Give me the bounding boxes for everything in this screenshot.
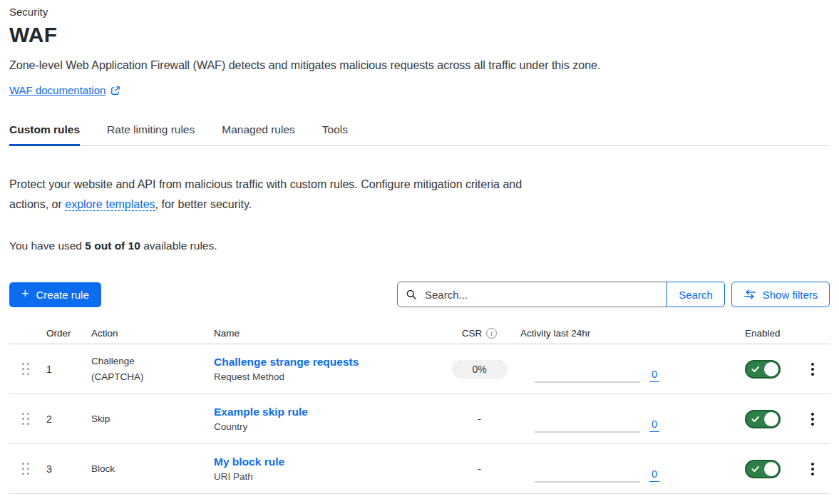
table-row: 1 Challenge (CAPTCHA) Challenge strange … <box>9 344 830 394</box>
filter-arrows-icon <box>743 289 756 299</box>
rule-order: 1 <box>39 364 84 375</box>
rule-order: 3 <box>39 463 84 475</box>
drag-handle-icon[interactable] <box>22 413 29 425</box>
check-icon <box>751 365 760 374</box>
activity-count-link[interactable]: 0 <box>649 468 659 482</box>
rule-order: 2 <box>39 413 84 425</box>
kebab-menu-icon[interactable] <box>808 458 818 480</box>
tab-bar: Custom rules Rate limiting rules Managed… <box>9 116 830 146</box>
activity-count-link[interactable]: 0 <box>649 418 659 432</box>
col-header-name: Name <box>207 328 438 339</box>
waf-documentation-link[interactable]: WAF documentation <box>9 84 120 96</box>
kebab-menu-icon[interactable] <box>808 359 818 380</box>
tab-custom-rules[interactable]: Custom rules <box>9 116 80 146</box>
enabled-toggle[interactable] <box>745 460 781 478</box>
breadcrumb-security: Security <box>9 6 830 18</box>
drag-handle-icon[interactable] <box>22 363 29 375</box>
create-rule-label: Create rule <box>36 289 89 301</box>
enabled-toggle[interactable] <box>745 360 781 379</box>
search-group: Search <box>397 282 725 307</box>
show-filters-button[interactable]: Show filters <box>731 282 830 307</box>
waf-page: Security WAF Zone-level Web Application … <box>0 0 839 494</box>
table-row: 3 Block My block rule URI Path - 0 <box>9 444 830 494</box>
rule-action: Skip <box>84 411 166 427</box>
toggle-knob <box>764 362 778 376</box>
check-icon <box>751 415 760 423</box>
csr-value: - <box>478 413 481 425</box>
check-icon <box>751 465 760 473</box>
search-button[interactable]: Search <box>666 282 725 307</box>
tab-tools[interactable]: Tools <box>322 116 348 145</box>
rules-table: Order Action Name CSR i Activity last 24… <box>9 323 830 494</box>
activity-count-link[interactable]: 0 <box>649 369 659 382</box>
page-title: WAF <box>9 23 830 47</box>
rule-name-link[interactable]: Example skip rule <box>214 406 308 418</box>
activity-sparkline <box>535 431 640 433</box>
search-input[interactable] <box>423 288 659 302</box>
rule-action: Challenge (CAPTCHA) <box>84 354 166 384</box>
usage-count: 5 out of 10 <box>85 240 140 252</box>
table-header-row: Order Action Name CSR i Activity last 24… <box>9 323 830 344</box>
csr-value: - <box>478 463 481 475</box>
info-icon[interactable]: i <box>486 328 497 339</box>
activity-sparkline <box>535 381 640 383</box>
usage-suffix: available rules. <box>140 240 217 252</box>
col-header-csr: CSR i <box>438 328 520 339</box>
rule-field: Country <box>214 421 438 432</box>
intro-text-after: , for better security. <box>155 198 252 210</box>
waf-documentation-label: WAF documentation <box>9 84 105 96</box>
plus-icon: + <box>21 287 29 300</box>
activity-sparkline <box>535 481 640 483</box>
csr-value-badge: 0% <box>452 360 508 379</box>
drag-handle-icon[interactable] <box>22 463 29 475</box>
toggle-knob <box>764 462 778 476</box>
intro-text: Protect your website and API from malici… <box>9 175 535 215</box>
show-filters-label: Show filters <box>763 289 818 301</box>
csr-header-label: CSR <box>462 328 483 339</box>
create-rule-button[interactable]: + Create rule <box>9 282 101 307</box>
enabled-toggle[interactable] <box>745 410 781 428</box>
search-input-wrap <box>397 282 667 307</box>
usage-prefix: You have used <box>9 240 85 252</box>
rule-field: Request Method <box>214 371 438 382</box>
search-icon <box>406 289 417 300</box>
rule-name-link[interactable]: My block rule <box>214 456 284 468</box>
external-link-icon <box>110 86 120 96</box>
rule-action: Block <box>84 461 166 477</box>
explore-templates-link[interactable]: explore templates <box>65 198 155 211</box>
col-header-action: Action <box>84 328 207 339</box>
toggle-knob <box>764 412 778 426</box>
tab-rate-limiting-rules[interactable]: Rate limiting rules <box>107 116 195 145</box>
usage-summary: You have used 5 out of 10 available rule… <box>9 240 830 252</box>
page-description: Zone-level Web Application Firewall (WAF… <box>9 59 830 72</box>
col-header-enabled: Enabled <box>745 328 808 339</box>
table-row: 2 Skip Example skip rule Country - 0 <box>9 394 830 444</box>
col-header-order: Order <box>39 328 84 339</box>
rule-field: URI Path <box>214 471 438 482</box>
toolbar: + Create rule Search Show filters <box>9 282 830 307</box>
rule-name-link[interactable]: Challenge strange requests <box>214 356 359 369</box>
kebab-menu-icon[interactable] <box>808 408 818 430</box>
col-header-activity: Activity last 24hr <box>520 328 681 339</box>
tab-managed-rules[interactable]: Managed rules <box>222 116 295 145</box>
